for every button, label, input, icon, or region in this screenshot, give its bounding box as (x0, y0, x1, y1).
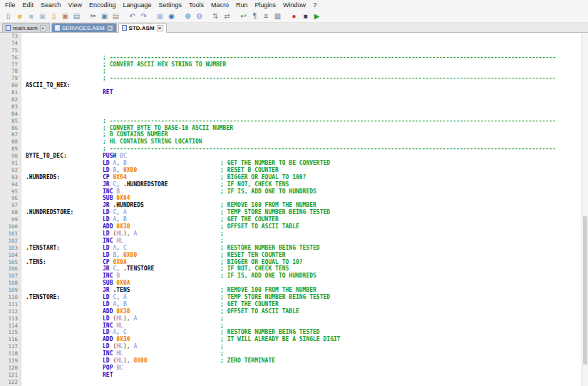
code-line[interactable] (26, 47, 588, 54)
code-line[interactable]: JR .HUNDREDS; REMOVE 100 FROM THE NUMBER (26, 202, 588, 209)
code-line[interactable]: ADD 0X30; IT WILL ALREADY BE A SINGLE DI… (26, 336, 588, 343)
sync-horizontal-icon[interactable]: ⇄ (222, 11, 232, 21)
scrollbar-thumb[interactable] (583, 216, 587, 365)
code-line[interactable]: .TENSTART:LD A, C; RESTORE NUMBER BEING … (26, 245, 588, 252)
line-number: 111 (0, 301, 18, 308)
open-folder-icon[interactable]: ■ (14, 11, 25, 21)
code-line[interactable]: LD (HL), A; (26, 315, 588, 322)
tab-main-asm[interactable]: main.asm× (2, 23, 50, 32)
record-macro-icon[interactable]: ● (289, 11, 299, 21)
code-line[interactable]: JR C, .HUNDREDSTORE; IF NOT, CHECK TENS (26, 181, 588, 188)
menu-item-run[interactable]: Run (232, 1, 252, 9)
code-instruction: JR .HUNDREDS (103, 202, 220, 209)
replace-icon[interactable]: ◉ (166, 11, 177, 21)
code-line[interactable]: RET (26, 372, 588, 379)
code-line[interactable] (26, 379, 588, 386)
code-area[interactable]: ; --------------------------------------… (21, 33, 588, 386)
word-wrap-icon[interactable]: ↩ (238, 11, 249, 21)
code-line[interactable]: LD A, B; GET THE NUMBER TO BE CONVERTED (26, 160, 588, 167)
code-line[interactable]: ; CONVERT ASCII HEX STRING TO NUMBER (26, 61, 588, 68)
menu-item-search[interactable]: Search (37, 1, 65, 9)
close-tab-icon[interactable]: × (107, 25, 113, 31)
code-line[interactable]: .HUNDREDS:CP 0X64; BIGGER OR EQUAL TO 10… (26, 174, 588, 181)
code-line[interactable]: INC B; IF IS, ADD ONE TO HUNDREDS (26, 188, 588, 195)
code-line[interactable]: LD B, 0X00; RESET TEN COUNTER (26, 252, 588, 259)
code-line[interactable]: LD A, B; GET THE COUNTER (26, 216, 588, 223)
code-line[interactable]: LD B, 0X00; RESET B COUNTER (26, 167, 588, 174)
stop-macro-icon[interactable]: ■ (300, 11, 311, 21)
new-file-icon[interactable]: ▯ (3, 11, 14, 21)
code-comment: ; (220, 322, 224, 329)
code-line[interactable]: ; HL CONTAINS STRING LOCATION (26, 138, 588, 146)
vertical-scrollbar[interactable] (582, 33, 588, 386)
menu-item-encoding[interactable]: Encoding (86, 1, 120, 9)
code-line[interactable]: LD A, C; RESTORE NUMBER BEING TESTED (26, 329, 588, 336)
zoom-in-icon[interactable]: ⊕ (182, 11, 193, 21)
code-line[interactable] (26, 40, 588, 47)
close-tab-icon[interactable]: × (40, 25, 46, 31)
save-all-icon[interactable]: ▣ (37, 11, 48, 21)
redo-icon[interactable]: ↷ (138, 11, 149, 21)
undo-icon[interactable]: ↶ (127, 11, 138, 21)
copy-icon[interactable]: ▣ (99, 11, 110, 21)
code-line[interactable]: INC HL; (26, 322, 588, 330)
code-line[interactable]: ; (26, 68, 588, 75)
code-line[interactable]: ADD 0X30; OFFSET TO ASCII TABLE (26, 308, 588, 315)
code-line[interactable]: ASCII_TO_HEX: (26, 82, 588, 89)
zoom-out-icon[interactable]: ⊖ (194, 11, 205, 21)
menu-item-file[interactable]: File (1, 1, 19, 9)
paste-icon[interactable]: ▤ (110, 11, 121, 21)
code-line[interactable]: INC HL; (26, 350, 588, 357)
code-line[interactable] (26, 111, 588, 118)
indent-guide-icon[interactable]: ≡ (261, 11, 272, 21)
code-line[interactable] (26, 33, 588, 40)
code-line[interactable]: LD (HL), A; (26, 343, 588, 350)
menu-item-language[interactable]: Language (119, 1, 155, 9)
menu-item-help[interactable]: ? (309, 1, 320, 9)
code-line[interactable]: POP BC (26, 365, 588, 372)
print-icon[interactable]: ▤ (71, 11, 82, 21)
code-line[interactable]: INC B; IF IS, ADD ONE TO HUNDREDS (26, 273, 588, 280)
code-line[interactable]: ; --------------------------------------… (26, 118, 588, 125)
find-icon[interactable]: ◎ (155, 11, 165, 21)
code-line[interactable]: .HUNDREDSTORE:LD C, A; TEMP STORE NUMBER… (26, 209, 588, 216)
close-file-icon[interactable]: ▯ (48, 11, 59, 21)
save-icon[interactable]: ■ (26, 11, 36, 21)
code-line[interactable]: RET (26, 89, 588, 96)
sync-vertical-icon[interactable]: ⇅ (210, 11, 221, 21)
code-line[interactable]: ; B CONTAINS NUMBER (26, 131, 588, 138)
doc-map-icon[interactable]: ▥ (272, 11, 283, 21)
code-line[interactable]: ; --------------------------------------… (26, 54, 588, 61)
cut-icon[interactable]: ✂ (88, 11, 98, 21)
menu-item-tools[interactable]: Tools (185, 1, 207, 9)
code-line[interactable] (26, 96, 588, 103)
code-line[interactable]: JR C, .TENSTORE; IF NOT, CHECK TENS (26, 265, 588, 273)
code-line[interactable]: SUB 0X0A (26, 280, 588, 287)
code-line[interactable]: JR .TENS; REMOVE 100 FROM THE NUMBER (26, 287, 588, 294)
menu-item-view[interactable]: View (65, 1, 86, 9)
menu-item-settings[interactable]: Settings (155, 1, 186, 9)
code-line[interactable]: ; --------------------------------------… (26, 146, 588, 153)
show-all-chars-icon[interactable]: ¶ (249, 11, 260, 21)
code-line[interactable]: LD (HL), A; (26, 230, 588, 238)
code-line[interactable]: ADD 0X30; OFFSET TO ASCII TABLE (26, 223, 588, 230)
code-line[interactable]: LD A, B; GET THE COUNTER (26, 301, 588, 308)
code-line[interactable]: SUB 0X64 (26, 195, 588, 202)
code-line[interactable]: LD (HL), 0X00; ZERO TERMINATE (26, 357, 588, 365)
code-line[interactable]: ; CONVERT BYTE TO BASE-10 ASCII NUMBER (26, 125, 588, 132)
close-all-icon[interactable]: ▣ (60, 11, 71, 21)
code-line[interactable]: INC HL; (26, 238, 588, 245)
menu-item-macro[interactable]: Macro (207, 1, 232, 9)
close-tab-icon[interactable]: × (157, 25, 163, 31)
menu-item-edit[interactable]: Edit (19, 1, 38, 9)
tab-std-asm[interactable]: STD.ASM× (118, 23, 167, 33)
code-line[interactable]: .TENS:CP 0X0A; BIGGER OR EQUAL TO 10? (26, 259, 588, 266)
code-line[interactable]: BYTE_TO_DEC:PUSH BC (26, 153, 588, 160)
play-macro-icon[interactable]: ▶ (311, 11, 322, 21)
tab-services-asm[interactable]: SERVICES.ASM× (51, 23, 117, 32)
code-line[interactable]: .TENSTORE:LD C, A; TEMP STORE NUMBER BEI… (26, 294, 588, 301)
menu-item-window[interactable]: Window (279, 1, 309, 9)
menu-item-plugins[interactable]: Plugins (252, 1, 280, 9)
code-line[interactable]: ; --------------------------------------… (26, 75, 588, 82)
code-line[interactable] (26, 103, 588, 111)
